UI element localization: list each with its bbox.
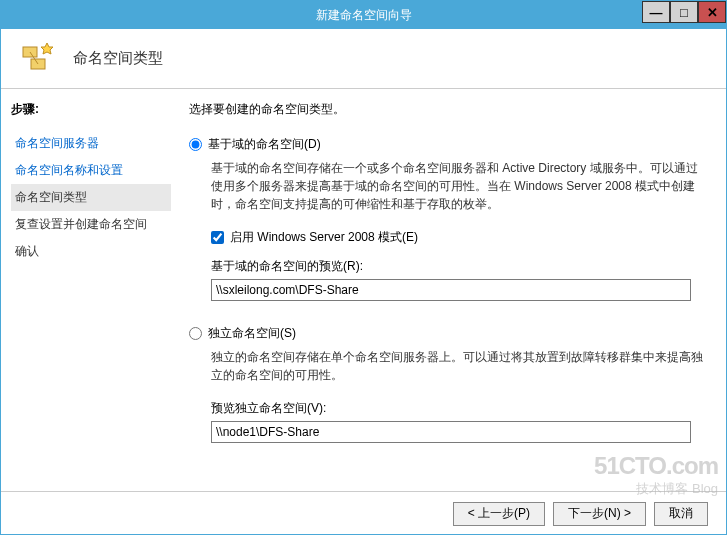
option-standalone-row: 独立命名空间(S) (189, 325, 708, 342)
titlebar: 新建命名空间向导 — □ ✕ (1, 1, 726, 29)
content-pane: 选择要创建的命名空间类型。 基于域的命名空间(D) 基于域的命名空间存储在一个或… (181, 89, 726, 491)
wizard-footer: < 上一步(P) 下一步(N) > 取消 (1, 491, 726, 535)
standalone-preview-label: 预览独立命名空间(V): (211, 400, 708, 417)
window-title: 新建命名空间向导 (316, 7, 412, 24)
checkbox-2008mode-label: 启用 Windows Server 2008 模式(E) (230, 229, 418, 246)
sidebar-item-server[interactable]: 命名空间服务器 (11, 130, 171, 157)
next-button[interactable]: 下一步(N) > (553, 502, 646, 526)
page-title: 命名空间类型 (73, 49, 163, 68)
radio-standalone[interactable] (189, 327, 202, 340)
sidebar-item-confirm[interactable]: 确认 (11, 238, 171, 265)
standalone-preview-field[interactable] (211, 421, 691, 443)
domain-preview-label: 基于域的命名空间的预览(R): (211, 258, 708, 275)
checkbox-2008mode[interactable] (211, 231, 224, 244)
sidebar-item-name-settings[interactable]: 命名空间名称和设置 (11, 157, 171, 184)
option-standalone-desc: 独立的命名空间存储在单个命名空间服务器上。可以通过将其放置到故障转移群集中来提高… (211, 348, 708, 384)
sidebar-item-type[interactable]: 命名空间类型 (11, 184, 171, 211)
maximize-button[interactable]: □ (670, 1, 698, 23)
minimize-button[interactable]: — (642, 1, 670, 23)
intro-text: 选择要创建的命名空间类型。 (189, 101, 708, 118)
checkbox-2008mode-row: 启用 Windows Server 2008 模式(E) (211, 229, 708, 246)
steps-heading: 步骤: (11, 101, 171, 118)
radio-standalone-label: 独立命名空间(S) (208, 325, 296, 342)
window-controls: — □ ✕ (642, 1, 726, 23)
radio-domain[interactable] (189, 138, 202, 151)
wizard-header: 命名空间类型 (1, 29, 726, 89)
steps-sidebar: 步骤: 命名空间服务器 命名空间名称和设置 命名空间类型 复查设置并创建命名空间… (1, 89, 181, 491)
wizard-icon (21, 41, 61, 77)
radio-domain-label: 基于域的命名空间(D) (208, 136, 321, 153)
sidebar-item-review[interactable]: 复查设置并创建命名空间 (11, 211, 171, 238)
option-domain-desc: 基于域的命名空间存储在一个或多个命名空间服务器和 Active Director… (211, 159, 708, 213)
cancel-button[interactable]: 取消 (654, 502, 708, 526)
svg-marker-2 (41, 43, 53, 54)
wizard-body: 步骤: 命名空间服务器 命名空间名称和设置 命名空间类型 复查设置并创建命名空间… (1, 89, 726, 491)
domain-preview-field[interactable] (211, 279, 691, 301)
prev-button[interactable]: < 上一步(P) (453, 502, 545, 526)
close-button[interactable]: ✕ (698, 1, 726, 23)
wizard-window: 新建命名空间向导 — □ ✕ 命名空间类型 步骤: 命名空间服务器 命名空间名称… (0, 0, 727, 535)
option-domain-row: 基于域的命名空间(D) (189, 136, 708, 153)
